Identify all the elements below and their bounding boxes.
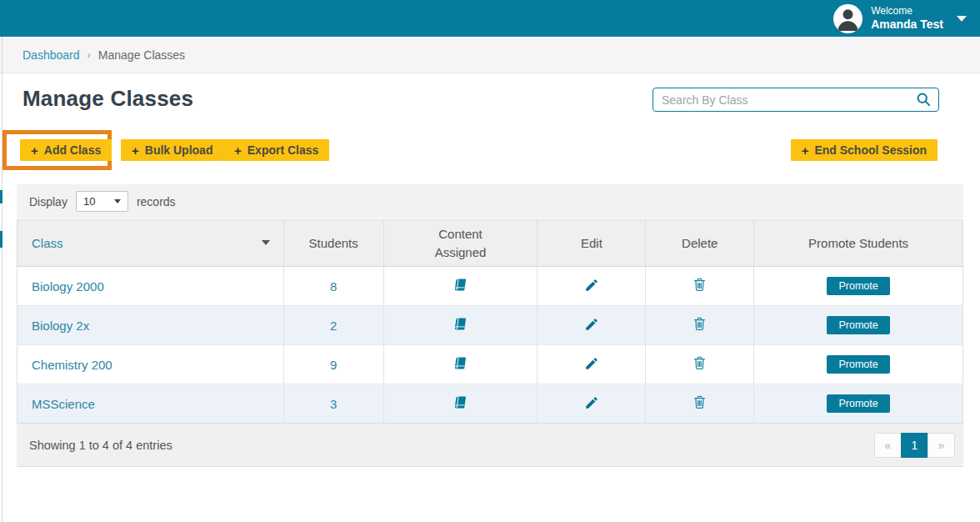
- students-count-link[interactable]: 2: [330, 319, 337, 333]
- content-assigned-cell: [383, 345, 538, 384]
- breadcrumb-dashboard-link[interactable]: Dashboard: [22, 48, 80, 62]
- delete-cell: [646, 384, 754, 424]
- end-school-session-button[interactable]: + End School Session: [791, 139, 938, 161]
- breadcrumb-current: Manage Classes: [98, 48, 185, 62]
- column-header-students: Students: [283, 220, 383, 267]
- promote-button[interactable]: Promote: [827, 355, 889, 374]
- user-menu[interactable]: Welcome Amanda Test: [833, 0, 967, 37]
- user-avatar[interactable]: [833, 4, 862, 33]
- plus-icon: +: [31, 143, 38, 158]
- edit-cell: [538, 306, 646, 345]
- search-input[interactable]: [652, 88, 939, 112]
- user-name: Amanda Test: [871, 18, 943, 33]
- display-label: Display: [29, 195, 68, 208]
- content-assigned-book-icon[interactable]: [452, 315, 469, 335]
- left-edge-accent: [0, 231, 2, 248]
- search-button[interactable]: [914, 91, 932, 109]
- add-class-button[interactable]: + Add Class: [20, 139, 112, 161]
- records-per-page-bar: Display 10 records: [17, 184, 963, 218]
- delete-trash-icon[interactable]: [690, 354, 709, 375]
- breadcrumb: Dashboard › Manage Classes: [0, 37, 980, 73]
- students-cell: 2: [283, 306, 383, 345]
- students-count-link[interactable]: 3: [330, 397, 337, 411]
- column-header-edit: Edit: [538, 220, 646, 267]
- class-cell: MSScience: [18, 384, 284, 424]
- promote-cell: Promote: [754, 345, 963, 384]
- edit-pencil-icon[interactable]: [582, 315, 601, 336]
- person-icon: [833, 4, 862, 33]
- plus-icon: +: [234, 143, 242, 158]
- welcome-label: Welcome: [871, 5, 943, 18]
- delete-trash-icon[interactable]: [690, 314, 709, 336]
- breadcrumb-separator: ›: [88, 48, 91, 61]
- delete-cell: [646, 345, 754, 384]
- promote-cell: Promote: [754, 306, 963, 345]
- class-name-link[interactable]: Biology 2000: [32, 279, 104, 294]
- students-count-link[interactable]: 8: [330, 279, 337, 294]
- table-header-row: Class Students Content Assigned Edit Del…: [18, 220, 963, 267]
- class-cell: Chemistry 200: [18, 345, 284, 384]
- delete-cell: [646, 306, 754, 345]
- column-header-promote-students: Promote Students: [754, 220, 963, 267]
- class-name-link[interactable]: Biology 2x: [32, 319, 89, 333]
- edit-pencil-icon[interactable]: [582, 394, 601, 414]
- content-assigned-book-icon[interactable]: [452, 394, 469, 414]
- page-title: Manage Classes: [22, 86, 193, 112]
- content-assigned-book-icon[interactable]: [452, 276, 469, 296]
- class-name-link[interactable]: Chemistry 200: [32, 358, 112, 372]
- students-cell: 8: [283, 267, 383, 306]
- table-row: MSScience3 Promote: [18, 384, 963, 424]
- content-assigned-cell: [383, 384, 538, 424]
- table-row: Biology 2x2 Promote: [18, 306, 963, 345]
- user-greeting: Welcome Amanda Test: [871, 5, 943, 33]
- promote-button[interactable]: Promote: [827, 277, 889, 295]
- edit-cell: [538, 384, 646, 424]
- promote-button[interactable]: Promote: [827, 394, 889, 413]
- promote-cell: Promote: [754, 267, 963, 306]
- edit-cell: [538, 267, 646, 306]
- class-cell: Biology 2000: [18, 267, 284, 306]
- edit-pencil-icon[interactable]: [582, 276, 601, 297]
- records-per-page-select[interactable]: 10: [76, 191, 128, 212]
- promote-cell: Promote: [754, 384, 963, 424]
- delete-trash-icon[interactable]: [690, 393, 709, 414]
- top-nav-bar: Welcome Amanda Test: [0, 0, 980, 37]
- content-assigned-cell: [383, 267, 538, 306]
- bulk-upload-button[interactable]: + Bulk Upload: [121, 139, 223, 161]
- records-label: records: [137, 195, 176, 208]
- table-footer: Showing 1 to 4 of 4 entries « 1 »: [17, 424, 963, 467]
- search-icon: [915, 91, 932, 108]
- table-row: Chemistry 2009 Promote: [18, 345, 963, 384]
- pagination-page-1-button[interactable]: 1: [901, 433, 928, 458]
- pagination: « 1 »: [874, 433, 955, 458]
- pagination-prev-button[interactable]: «: [874, 433, 902, 458]
- entries-summary: Showing 1 to 4 of 4 entries: [29, 439, 172, 452]
- sort-descending-icon[interactable]: [262, 240, 270, 245]
- content-assigned-book-icon[interactable]: [452, 354, 469, 374]
- column-header-delete: Delete: [646, 220, 754, 267]
- edit-cell: [538, 345, 646, 384]
- pagination-next-button[interactable]: »: [928, 433, 955, 458]
- content-assigned-cell: [383, 306, 538, 345]
- search-box: [652, 88, 939, 112]
- plus-icon: +: [132, 143, 139, 158]
- students-cell: 3: [283, 384, 383, 424]
- delete-cell: [646, 267, 754, 306]
- export-class-button[interactable]: + Export Class: [223, 139, 329, 161]
- edit-pencil-icon[interactable]: [582, 354, 601, 375]
- promote-button[interactable]: Promote: [827, 316, 889, 334]
- left-edge-accent: [0, 190, 2, 203]
- students-cell: 9: [283, 345, 383, 384]
- plus-icon: +: [802, 143, 809, 158]
- classes-table: Class Students Content Assigned Edit Del…: [17, 219, 963, 424]
- chevron-down-icon: [114, 199, 121, 203]
- class-name-link[interactable]: MSScience: [32, 397, 95, 411]
- chevron-down-icon[interactable]: [957, 16, 967, 22]
- records-per-page-value: 10: [83, 195, 95, 208]
- class-cell: Biology 2x: [18, 306, 284, 345]
- column-header-class[interactable]: Class: [18, 220, 284, 267]
- table-row: Biology 20008 Promote: [18, 267, 963, 306]
- students-count-link[interactable]: 9: [330, 358, 337, 372]
- delete-trash-icon[interactable]: [690, 275, 709, 297]
- left-edge-divider: [2, 37, 2, 522]
